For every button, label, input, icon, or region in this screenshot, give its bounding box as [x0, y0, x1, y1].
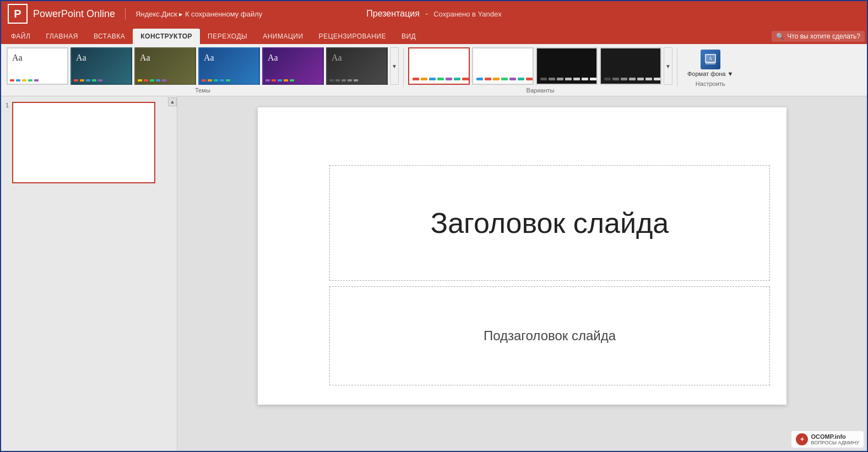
tab-review[interactable]: РЕЦЕНЗИРОВАНИЕ	[311, 29, 394, 44]
theme-6[interactable]: Aa	[326, 47, 388, 85]
format-bg-icon: A	[701, 50, 720, 69]
watermark-text: OCOMP.info	[811, 433, 859, 440]
watermark: + OCOMP.info ВОПРОСЫ АДМИНУ	[791, 431, 864, 448]
tab-transitions[interactable]: ПЕРЕХОДЫ	[200, 29, 255, 44]
format-bg-label: Формат фона ▼	[687, 70, 733, 77]
svg-text:A: A	[709, 56, 712, 61]
themes-label: Темы	[7, 87, 399, 94]
main-area: 1 ▲ Заголовок слайда Подзаголовок слайда	[1, 96, 867, 452]
watermark-subtext: ВОПРОСЫ АДМИНУ	[811, 440, 859, 445]
format-section: A Формат фона ▼ Настроить	[682, 47, 739, 87]
search-box[interactable]: 🔍 Что вы хотите сделать?	[772, 31, 865, 42]
saved-status: Сохранено в Yandex	[433, 10, 502, 18]
variant-4[interactable]	[600, 47, 661, 85]
tab-insert[interactable]: ВСТАВКА	[86, 29, 133, 44]
slide-title-text[interactable]: Заголовок слайда	[431, 206, 669, 239]
theme-2[interactable]: Aa	[70, 47, 132, 85]
watermark-logo: +	[796, 433, 808, 445]
tab-animations[interactable]: АНИМАЦИИ	[255, 29, 311, 44]
variants-label: Варианты	[408, 87, 672, 94]
theme-5[interactable]: Aa	[262, 47, 324, 85]
ppt-logo: P	[8, 4, 28, 24]
breadcrumb-link[interactable]: Яндекс.Диск ▸ К сохраненному файлу	[135, 10, 262, 18]
themes-section: Aa Aa	[7, 47, 399, 94]
presentation-name: Презентация	[366, 9, 420, 19]
themes-scroll-down[interactable]: ▼	[390, 47, 399, 85]
tab-home[interactable]: ГЛАВНАЯ	[38, 29, 86, 44]
ribbon-divider-2	[677, 48, 677, 87]
variant-2[interactable]	[472, 47, 534, 85]
variants-list: ▼	[408, 47, 672, 85]
variants-section: ▼ Варианты	[408, 47, 672, 94]
title-bar: P PowerPoint Online Яндекс.Диск ▸ К сохр…	[1, 1, 867, 26]
slide-subtitle-text[interactable]: Подзаголовок слайда	[484, 328, 616, 344]
tab-design[interactable]: КОНСТРУКТОР	[133, 29, 200, 44]
variant-3[interactable]	[536, 47, 598, 85]
slide-canvas[interactable]: Заголовок слайда Подзаголовок слайда	[258, 107, 786, 405]
variant-1[interactable]	[408, 47, 470, 85]
app-name: PowerPoint Online	[33, 8, 126, 20]
tab-file[interactable]: ФАЙЛ	[3, 29, 38, 44]
customize-label: Настроить	[696, 80, 725, 87]
title-center: Презентация - Сохранено в Yandex	[366, 9, 502, 19]
svg-rect-1	[706, 62, 715, 64]
theme-1[interactable]: Aa	[7, 47, 68, 85]
search-label: Что вы хотите сделать?	[787, 32, 860, 40]
format-bg-button[interactable]: A Формат фона ▼	[682, 47, 739, 79]
ribbon-tabs: ФАЙЛ ГЛАВНАЯ ВСТАВКА КОНСТРУКТОР ПЕРЕХОД…	[1, 26, 867, 44]
theme-4[interactable]: Aa	[198, 47, 260, 85]
tab-view[interactable]: ВИД	[394, 29, 424, 44]
slide-panel: 1 ▲	[1, 96, 177, 452]
canvas-area: Заголовок слайда Подзаголовок слайда	[177, 96, 867, 452]
slide-title-box[interactable]: Заголовок слайда	[329, 165, 770, 281]
slide-number: 1	[6, 102, 9, 108]
ribbon-divider-1	[403, 48, 404, 87]
ribbon-search-area: 🔍 Что вы хотите сделать?	[772, 31, 865, 44]
slide-panel-scroll-up[interactable]: ▲	[168, 97, 177, 106]
variants-scroll-down[interactable]: ▼	[664, 47, 672, 85]
themes-list: Aa Aa	[7, 47, 399, 85]
theme-3[interactable]: Aa	[134, 47, 196, 85]
slide-thumbnail-1[interactable]	[12, 102, 155, 183]
search-icon: 🔍	[776, 32, 784, 40]
slide-subtitle-box[interactable]: Подзаголовок слайда	[329, 286, 770, 385]
ribbon-content: Aa Aa	[1, 44, 867, 96]
